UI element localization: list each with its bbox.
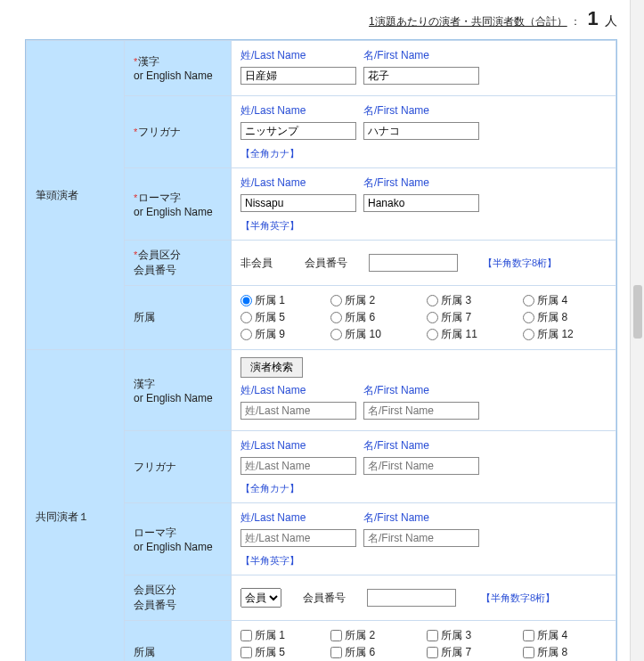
affiliation-option[interactable]: 所属 10 [330,327,414,342]
affiliation-input[interactable] [330,329,342,340]
row-input-romaji: 姓/Last Name 名/First Name 【半角英字】 [232,503,616,575]
affiliation-option[interactable]: 所属 1 [240,293,318,308]
hint-halfalpha: 【半角英字】 [240,554,299,567]
row-input-furigana: 姓/Last Name 名/First Name 【全角カナ】 [232,431,616,503]
co1-kana-lastname-input[interactable] [240,457,356,475]
member-status: 非会員 [240,256,283,271]
affiliation-input[interactable] [240,329,252,340]
row-input-affiliation: 所属 1所属 2所属 3所属 4所属 5所属 6所属 7所属 8所属 9所属 1… [232,286,616,350]
row-label-affiliation: 所属 [125,286,232,350]
label-lastname: 姓/Last Name [240,510,356,526]
header-number: 1 [583,7,601,29]
affiliation-input[interactable] [330,312,342,323]
row-input-member: 会員 会員番号 【半角数字8桁】 [232,575,616,621]
label-firstname: 名/First Name [363,175,479,191]
affiliation-input[interactable] [427,329,438,340]
affiliation-option[interactable]: 所属 11 [427,327,510,342]
scrollbar-track[interactable] [630,0,644,661]
label-lastname: 姓/Last Name [240,48,356,63]
affiliation-option[interactable]: 所属 7 [427,310,510,325]
row-input-affiliation: 所属 1所属 2所属 3所属 4所属 5所属 6所属 7所属 8所属 9所属 1… [232,621,616,662]
affiliation-input[interactable] [523,647,534,658]
roma-firstname-input[interactable] [363,194,479,212]
affiliation-input[interactable] [240,630,252,641]
affiliation-input[interactable] [240,295,252,306]
row-input-kanji: 演者検索 姓/Last Name 名/First Name [232,350,616,431]
member-no-label: 会員番号 [305,256,347,271]
affiliation-option[interactable]: 所属 2 [330,293,414,308]
affiliation-input[interactable] [427,312,438,323]
header-unit: 人 [605,13,617,28]
row-label-member: *会員区分 会員番号 [125,241,232,286]
kana-firstname-input[interactable] [363,122,479,140]
affiliation-option[interactable]: 所属 9 [240,327,318,342]
affiliation-option[interactable]: 所属 8 [523,310,607,325]
row-input-romaji: 姓/Last Name 名/First Name 【半角英字】 [232,168,616,241]
row-label-furigana: *フリガナ [125,96,232,168]
co1-roma-lastname-input[interactable] [240,529,356,547]
co1-kanji-lastname-input[interactable] [240,402,356,420]
affiliation-option[interactable]: 所属 5 [240,310,318,325]
affiliation-input[interactable] [523,329,534,340]
row-input-furigana: 姓/Last Name 名/First Name 【全角カナ】 [232,96,616,168]
section-main-presenter: 筆頭演者 [27,41,125,350]
co1-member-status-select[interactable]: 会員 [240,588,281,608]
affiliation-input[interactable] [330,630,342,641]
search-presenter-button[interactable]: 演者検索 [240,357,303,378]
co1-kanji-firstname-input[interactable] [363,402,479,420]
label-lastname: 姓/Last Name [240,383,356,398]
affiliation-option[interactable]: 所属 4 [523,628,607,643]
member-no-label: 会員番号 [303,591,346,606]
affiliation-input[interactable] [330,295,342,306]
row-label-romaji: *ローマ字 or English Name [125,168,232,241]
affiliation-input[interactable] [427,647,438,658]
label-firstname: 名/First Name [363,438,479,453]
affiliation-option[interactable]: 所属 3 [427,293,510,308]
affiliation-option[interactable]: 所属 3 [427,628,510,643]
scrollbar-thumb[interactable] [633,285,642,339]
header-prefix: 1演題あたりの演者・共同演者数（合計） [369,15,567,28]
hint-halfalpha: 【半角英字】 [240,219,299,233]
label-lastname: 姓/Last Name [240,438,356,453]
roma-lastname-input[interactable] [240,194,356,212]
affiliation-input[interactable] [523,312,534,323]
co1-kana-firstname-input[interactable] [363,457,479,475]
row-label-affiliation: 所属 [125,621,232,662]
affiliation-input[interactable] [427,630,438,641]
kanji-lastname-input[interactable] [240,67,356,85]
co1-roma-firstname-input[interactable] [363,529,479,547]
label-lastname: 姓/Last Name [240,103,356,118]
label-firstname: 名/First Name [363,48,479,63]
affiliation-option[interactable]: 所属 4 [523,293,607,308]
affiliation-input[interactable] [240,647,252,658]
co1-member-no-input[interactable] [367,589,456,607]
affiliation-option[interactable]: 所属 1 [240,628,318,643]
affiliation-option[interactable]: 所属 6 [330,310,414,325]
header-count: 1演題あたりの演者・共同演者数（合計） ： 1 人 [0,0,644,39]
affiliation-input[interactable] [240,312,252,323]
kana-lastname-input[interactable] [240,122,356,140]
affiliation-option[interactable]: 所属 12 [523,327,607,342]
affiliation-input[interactable] [427,295,438,306]
hint-fullkana: 【全角カナ】 [240,147,299,160]
row-input-kanji: 姓/Last Name 名/First Name [232,41,616,96]
row-label-furigana: フリガナ [125,431,232,503]
affiliation-option[interactable]: 所属 7 [427,645,510,660]
affiliation-input[interactable] [330,647,342,658]
presenter-table: 筆頭演者 *漢字 or English Name 姓/Last Name 名/F… [26,40,616,661]
affiliation-input[interactable] [523,295,534,306]
affiliation-option[interactable]: 所属 2 [330,628,414,643]
hint-halfnum8: 【半角数字8桁】 [483,257,557,270]
header-colon: ： [570,15,581,28]
label-firstname: 名/First Name [363,510,479,526]
affiliation-option[interactable]: 所属 5 [240,645,318,660]
row-label-kanji: 漢字 or English Name [125,350,232,431]
member-no-input[interactable] [369,254,458,272]
row-label-romaji: ローマ字 or English Name [125,503,232,575]
section-co-presenter-1: 共同演者１ [27,350,125,662]
label-lastname: 姓/Last Name [240,175,356,191]
affiliation-option[interactable]: 所属 8 [523,645,607,660]
affiliation-option[interactable]: 所属 6 [330,645,414,660]
kanji-firstname-input[interactable] [363,67,479,85]
affiliation-input[interactable] [523,630,534,641]
